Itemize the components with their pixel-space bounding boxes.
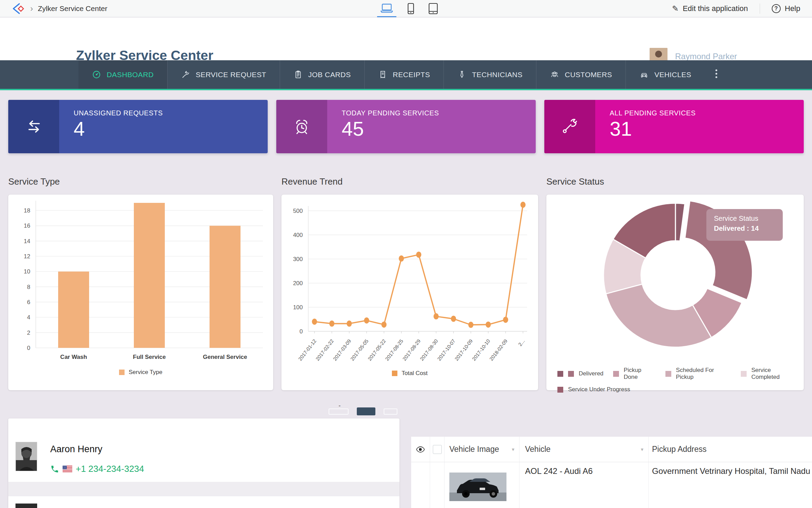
section-title-service-type: Service Type	[8, 176, 60, 187]
column-header-vehicle-image[interactable]: Vehicle Image ▾	[445, 437, 520, 462]
svg-text:2017-08-29: 2017-08-29	[402, 338, 421, 362]
wrench-icon	[181, 70, 190, 79]
top-bar: › Zylker Service Center	[0, 0, 812, 17]
tab-technicians[interactable]: TECHNICIANS	[444, 60, 536, 89]
creator-logo-icon[interactable]	[10, 2, 25, 15]
svg-text:10: 10	[24, 268, 30, 275]
tab-dashboard[interactable]: DASHBOARD	[78, 60, 167, 89]
help-button[interactable]: ? Help	[760, 4, 812, 13]
svg-text:2017-10-07: 2017-10-07	[436, 338, 456, 362]
edit-application-label: Edit this application	[683, 4, 748, 13]
chart-tooltip: Service Status Delivered : 14	[706, 209, 783, 241]
tab-label: RECEIPTS	[393, 71, 430, 79]
car-icon	[639, 70, 649, 79]
tab-label: CUSTOMERS	[565, 71, 612, 79]
column-header-pickup-address[interactable]: Pickup Address	[649, 437, 812, 462]
breadcrumb-chevron-icon: ›	[30, 4, 33, 13]
tab-label: JOB CARDS	[308, 71, 351, 79]
svg-text:400: 400	[293, 232, 303, 238]
pager-chip-active[interactable]	[357, 407, 375, 415]
laptop-icon[interactable]	[377, 0, 396, 17]
column-label: Vehicle	[525, 445, 551, 454]
tab-receipts[interactable]: RECEIPTS	[364, 60, 444, 89]
transfer-arrows-icon	[8, 100, 59, 153]
svg-text:2017-05-22: 2017-05-22	[367, 338, 387, 362]
pager-chip[interactable]	[329, 408, 349, 415]
stat-label: ALL PENDING SERVICES	[610, 109, 804, 117]
line-legend: Total Cost	[281, 370, 538, 377]
column-label: Vehicle Image	[449, 445, 499, 454]
carousel-pager	[329, 407, 397, 415]
alarm-clock-icon	[276, 100, 327, 153]
column-header-vehicle[interactable]: Vehicle ▾	[520, 437, 649, 462]
pickup-address-cell: Government Vetrinary Hospital, Tamil Nad…	[652, 466, 810, 476]
table-header: Vehicle Image ▾ Vehicle ▾ Pickup Address	[411, 437, 812, 462]
tab-label: SERVICE REQUEST	[196, 71, 266, 79]
legend-swatch	[557, 387, 563, 393]
gauge-icon	[92, 70, 101, 79]
svg-text:2017-08-30: 2017-08-30	[419, 338, 439, 362]
stat-label: TODAY PENDING SERVICES	[342, 109, 536, 117]
legend-label: Pickup Done	[624, 367, 656, 381]
svg-text:12: 12	[24, 253, 30, 260]
select-all-checkbox[interactable]	[433, 445, 442, 454]
svg-text:2017-05-05: 2017-05-05	[350, 338, 370, 362]
svg-text:6: 6	[27, 299, 30, 305]
svg-text:2017-10-09: 2017-10-09	[454, 338, 474, 362]
tab-label: DASHBOARD	[107, 71, 154, 79]
stat-value: 31	[610, 117, 804, 141]
vehicle-cell: AOL 242 - Audi A6	[525, 466, 593, 476]
table-row[interactable]: AOL 242 - Audi A6 Government Vetrinary H…	[411, 462, 812, 508]
svg-text:0: 0	[300, 328, 303, 335]
breadcrumb[interactable]: Zylker Service Center	[38, 4, 107, 13]
svg-text:2017-08-25: 2017-08-25	[384, 338, 404, 362]
svg-text:2018-02-09: 2018-02-09	[489, 338, 509, 362]
nav-more-button[interactable]	[705, 60, 728, 89]
us-flag-icon	[63, 466, 72, 472]
contact-phone-link[interactable]: +1 234-234-3234	[50, 464, 144, 474]
svg-text:8: 8	[27, 284, 30, 290]
svg-text:300: 300	[293, 256, 303, 262]
contact-phone-number: +1 234-234-3234	[76, 464, 144, 474]
device-preview-switcher	[377, 0, 441, 17]
tab-vehicles[interactable]: VEHICLES	[626, 60, 705, 89]
phone-icon[interactable]	[404, 0, 418, 17]
legend-label: Service Completed	[751, 367, 799, 381]
pencil-icon: ✎	[672, 4, 679, 13]
visibility-eye-icon[interactable]	[416, 446, 425, 453]
donut-legend: DeliveredPickup DoneScheduled For Pickup…	[546, 354, 804, 393]
pager-chip[interactable]	[384, 408, 397, 415]
customers-list-panel: Aaron Henry	[8, 418, 399, 508]
svg-text:2017-01-12: 2017-01-12	[297, 338, 317, 362]
legend-swatch	[568, 371, 574, 377]
contact-row[interactable]: Aaron Henry	[8, 442, 399, 482]
legend-swatch	[613, 371, 619, 377]
main-nav: DASHBOARD SERVICE REQUEST JOB CARDS	[0, 60, 812, 90]
stat-card-all-pending-services[interactable]: ALL PENDING SERVICES 31	[544, 100, 804, 153]
svg-text:Car Wash: Car Wash	[60, 354, 87, 360]
svg-text:2017-02-22: 2017-02-22	[315, 338, 335, 362]
next-contact-photo-peek	[15, 504, 37, 508]
svg-text:2...: 2...	[517, 338, 526, 347]
svg-text:100: 100	[293, 304, 303, 311]
svg-text:16: 16	[24, 222, 30, 229]
tooltip-title: Service Status	[714, 215, 783, 222]
svg-text:2: 2	[27, 330, 30, 336]
svg-text:14: 14	[24, 238, 30, 245]
vehicle-image	[449, 473, 506, 501]
legend-swatch	[557, 371, 563, 377]
tab-job-cards[interactable]: JOB CARDS	[280, 60, 364, 89]
tab-customers[interactable]: CUSTOMERS	[536, 60, 626, 89]
stat-card-today-pending-services[interactable]: TODAY PENDING SERVICES 45	[276, 100, 536, 153]
tab-service-request[interactable]: SERVICE REQUEST	[167, 60, 280, 89]
kebab-menu-icon	[715, 69, 718, 81]
stat-card-unassigned-requests[interactable]: UNASSIGNED REQUESTS 4	[8, 100, 268, 153]
edit-application-button[interactable]: ✎ Edit this application	[660, 4, 760, 13]
tablet-icon[interactable]	[425, 0, 441, 17]
legend-swatch	[119, 370, 125, 375]
svg-text:500: 500	[293, 208, 303, 214]
legend-swatch	[741, 371, 747, 377]
svg-text:4: 4	[27, 314, 30, 321]
svg-text:General Service: General Service	[203, 354, 247, 360]
section-title-revenue-trend: Revenue Trend	[281, 176, 343, 187]
